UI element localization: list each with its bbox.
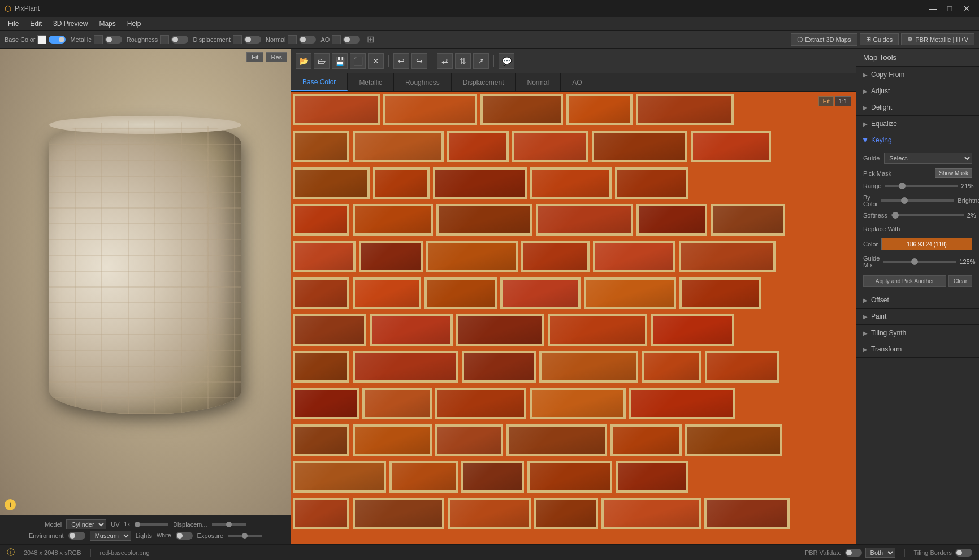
softness-slider[interactable]: [891, 214, 964, 216]
tab-ao[interactable]: AO: [561, 73, 594, 91]
uv-slider[interactable]: [135, 523, 168, 526]
tiling-synth-header[interactable]: ▶ Tiling Synth: [856, 325, 979, 341]
base-color-toggle[interactable]: [49, 36, 66, 44]
brick-row: [291, 496, 856, 532]
lights-toggle[interactable]: [176, 532, 193, 540]
tab-base-color[interactable]: Base Color: [291, 73, 348, 91]
info-icon[interactable]: i: [5, 499, 16, 510]
guides-button[interactable]: ⊞ Guides: [860, 33, 899, 45]
tab-roughness[interactable]: Roughness: [394, 73, 452, 91]
brick-unit: [293, 461, 386, 493]
brick-unit: [447, 131, 509, 162]
extract-3d-maps-button[interactable]: ⬡ Extract 3D Maps: [791, 33, 857, 46]
adjust-label: Adjust: [871, 87, 890, 95]
adjust-header[interactable]: ▶ Adjust: [856, 83, 979, 99]
save-alt-button[interactable]: ⬛: [350, 53, 366, 69]
tab-normal[interactable]: Normal: [516, 73, 561, 91]
displacement-swatch[interactable]: [233, 35, 242, 44]
fit-preview-button[interactable]: Fit: [246, 52, 263, 62]
model-select[interactable]: Cylinder Sphere Plane: [66, 519, 106, 529]
environment-toggle[interactable]: [68, 532, 85, 540]
map-tabs: Base Color Metallic Roughness Displaceme…: [291, 73, 856, 92]
both-select[interactable]: Both: [865, 548, 895, 558]
normal-swatch[interactable]: [288, 35, 297, 44]
range-label: Range: [863, 183, 881, 189]
tab-displacement[interactable]: Displacement: [452, 73, 516, 91]
color-swatch[interactable]: 186 93 24 (118): [881, 238, 972, 250]
extract-icon: ⬡: [797, 36, 803, 44]
range-slider[interactable]: [885, 185, 958, 187]
clear-button[interactable]: Clear: [948, 275, 972, 287]
offset-header[interactable]: ▶ Offset: [856, 292, 979, 308]
normal-toggle[interactable]: [299, 36, 316, 44]
map-view[interactable]: Fit 1:1: [291, 92, 856, 544]
close-button[interactable]: ✕: [959, 2, 974, 15]
menu-file[interactable]: File: [2, 19, 24, 29]
flip-h-button[interactable]: ⇄: [437, 53, 453, 69]
save-button[interactable]: 💾: [332, 53, 348, 69]
tiling-synth-label: Tiling Synth: [871, 329, 906, 337]
brick-unit: [353, 131, 444, 162]
brick-unit: [601, 498, 701, 529]
close-map-button[interactable]: ✕: [368, 53, 384, 69]
copy-from-header[interactable]: ▶ Copy From: [856, 67, 979, 83]
roughness-toggle[interactable]: [171, 36, 188, 44]
tab-metallic[interactable]: Metallic: [348, 73, 394, 91]
by-color-slider[interactable]: [881, 199, 954, 202]
pbr-button[interactable]: ⚙ PBR Metallic | H+V: [901, 33, 974, 45]
minimize-button[interactable]: —: [925, 2, 941, 15]
guide-mix-label: Guide Mix: [863, 255, 880, 268]
one-to-one-button[interactable]: 1:1: [835, 96, 851, 106]
preview-3d-viewport[interactable]: Fit Res i: [0, 49, 291, 515]
apply-pick-another-button[interactable]: Apply and Pick Another: [863, 275, 946, 287]
transform-header[interactable]: ▶ Transform: [856, 341, 979, 357]
window-controls: — □ ✕: [925, 2, 974, 15]
tiling-borders-toggle[interactable]: [955, 549, 972, 557]
res-preview-button[interactable]: Res: [266, 52, 287, 62]
ao-toggle[interactable]: [343, 36, 360, 44]
ao-swatch[interactable]: [332, 35, 341, 44]
guide-select[interactable]: Select...: [884, 153, 972, 164]
undo-button[interactable]: ↩: [393, 53, 409, 69]
museum-select[interactable]: Museum: [90, 531, 131, 541]
displace-slider[interactable]: [212, 523, 246, 526]
brick-unit: [353, 498, 444, 529]
base-color-swatch[interactable]: [37, 35, 46, 44]
maximize-button[interactable]: □: [942, 2, 958, 15]
exposure-slider[interactable]: [228, 535, 262, 537]
metallic-swatch[interactable]: [94, 35, 103, 44]
arrow-button[interactable]: ↗: [473, 53, 489, 69]
brick-unit: [462, 351, 536, 383]
offset-section: ▶ Offset: [856, 292, 979, 309]
brick-row: [291, 349, 856, 385]
roughness-swatch[interactable]: [160, 35, 169, 44]
brightness-label: Brightness: [958, 197, 979, 204]
metallic-toggle[interactable]: [105, 36, 122, 44]
keying-header[interactable]: ▶ Keying: [856, 132, 979, 148]
brick-unit: [293, 131, 349, 162]
comment-button[interactable]: 💬: [499, 53, 514, 69]
fit-view-button[interactable]: Fit: [818, 96, 833, 106]
guide-mix-slider[interactable]: [883, 261, 956, 263]
equalize-header[interactable]: ▶ Equalize: [856, 116, 979, 132]
tiling-borders-item: Tiling Borders: [914, 549, 972, 557]
brick-unit: [593, 241, 675, 272]
brick-unit: [636, 94, 734, 125]
delight-header[interactable]: ▶ Delight: [856, 99, 979, 115]
menu-maps[interactable]: Maps: [93, 19, 121, 29]
brick-unit: [433, 167, 527, 199]
open-file-button[interactable]: 📂: [296, 53, 311, 69]
flip-v-button[interactable]: ⇅: [455, 53, 471, 69]
paint-header[interactable]: ▶ Paint: [856, 309, 979, 324]
brick-unit: [629, 388, 735, 419]
open-folder-button[interactable]: 🗁: [314, 53, 330, 69]
menu-3d-preview[interactable]: 3D Preview: [47, 19, 93, 29]
displacement-toggle[interactable]: [244, 36, 261, 44]
redo-button[interactable]: ↪: [411, 53, 427, 69]
dimensions-value: 2048 x 2048 x sRGB: [24, 549, 81, 556]
title-bar: ⬡ PixPlant — □ ✕: [0, 0, 979, 17]
show-mask-button[interactable]: Show Mask: [935, 168, 972, 178]
menu-edit[interactable]: Edit: [24, 19, 47, 29]
pbr-validate-toggle[interactable]: [845, 549, 862, 557]
menu-help[interactable]: Help: [122, 19, 147, 29]
